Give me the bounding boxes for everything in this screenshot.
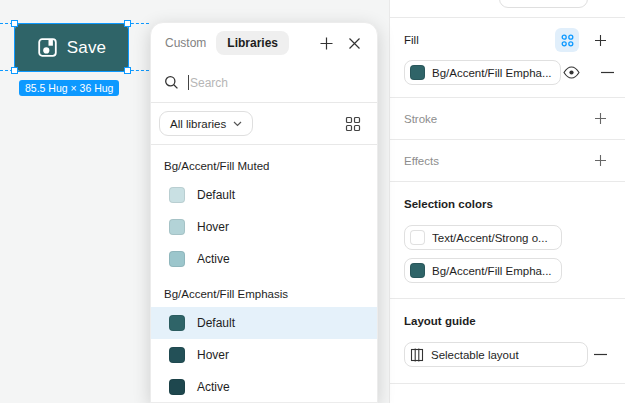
canvas-save-button[interactable]: Save	[15, 24, 128, 71]
clipped-control	[499, 0, 588, 8]
picker-header: Custom Libraries	[151, 23, 377, 63]
selection-color-chip-text[interactable]: Text/Accent/Strong o...	[404, 225, 562, 250]
color-swatch	[169, 379, 185, 395]
plus-icon	[594, 112, 607, 125]
grid-dots-icon	[560, 33, 575, 48]
layout-columns-icon	[410, 348, 424, 362]
stroke-section-title: Stroke	[404, 113, 437, 125]
tab-custom[interactable]: Custom	[165, 36, 206, 50]
fill-section-title: Fill	[404, 34, 419, 46]
eye-icon	[563, 66, 580, 79]
style-label: Default	[197, 188, 235, 202]
style-row-muted-hover[interactable]: Hover	[151, 211, 377, 243]
style-row-emphasis-active[interactable]: Active	[151, 371, 377, 403]
color-swatch	[169, 251, 185, 267]
style-row-muted-default[interactable]: Default	[151, 179, 377, 211]
style-label: Hover	[197, 348, 229, 362]
selection-color-swatch	[410, 230, 425, 245]
resize-handle-bottom-right[interactable]	[124, 67, 131, 74]
plus-icon	[594, 154, 607, 167]
style-section-title: Bg/Accent/Fill Muted	[151, 147, 377, 179]
search-input[interactable]	[190, 76, 364, 90]
add-effect-button[interactable]	[589, 150, 611, 172]
selection-color-chip-bg[interactable]: Bg/Accent/Fill Empha...	[404, 258, 562, 283]
fill-section: Fill Bg/Accent/Fill Empha...	[390, 18, 625, 98]
color-swatch	[169, 347, 185, 363]
selection-color-swatch	[410, 263, 425, 278]
add-style-button[interactable]	[315, 32, 337, 54]
size-badge: 85.5 Hug × 36 Hug	[19, 80, 119, 96]
style-picker-panel: Custom Libraries All libraries Bg/Accent…	[150, 22, 378, 403]
resize-handle-top-left[interactable]	[11, 20, 18, 27]
selection-color-name: Bg/Accent/Fill Empha...	[432, 265, 552, 277]
resize-handle-top-right[interactable]	[124, 20, 131, 27]
add-fill-button[interactable]	[589, 29, 611, 51]
remove-fill-button[interactable]	[597, 62, 619, 84]
resize-handle-bottom-left[interactable]	[11, 67, 18, 74]
plus-icon	[594, 34, 607, 47]
library-filter-dropdown[interactable]: All libraries	[159, 111, 253, 136]
save-icon	[37, 37, 58, 58]
close-panel-button[interactable]	[343, 32, 365, 54]
grid-squares-icon	[345, 116, 361, 132]
add-stroke-button[interactable]	[589, 108, 611, 130]
grid-view-button[interactable]	[342, 113, 364, 135]
effects-section: Effects	[390, 140, 625, 182]
style-label: Active	[197, 252, 230, 266]
style-row-emphasis-hover[interactable]: Hover	[151, 339, 377, 371]
close-icon	[348, 37, 361, 50]
plus-icon	[319, 36, 334, 51]
properties-panel: Fill Bg/Accent/Fill Empha...	[389, 0, 625, 403]
style-section-title: Bg/Accent/Fill Emphasis	[151, 275, 377, 307]
fill-color-swatch	[410, 65, 425, 80]
color-swatch	[169, 187, 185, 203]
layout-guide-chip[interactable]: Selectable layout	[404, 342, 588, 367]
remove-layout-guide-button[interactable]	[589, 344, 611, 366]
properties-panel-top	[390, 0, 625, 18]
style-label: Hover	[197, 220, 229, 234]
color-swatch	[169, 315, 185, 331]
search-icon	[164, 75, 179, 90]
text-caret	[188, 75, 189, 90]
layout-guide-name: Selectable layout	[431, 349, 519, 361]
style-list: Bg/Accent/Fill Muted Default Hover Activ…	[151, 145, 377, 403]
tab-libraries[interactable]: Libraries	[216, 31, 289, 55]
minus-icon	[601, 71, 614, 74]
layout-guide-title: Layout guide	[404, 315, 476, 327]
style-row-muted-active[interactable]: Active	[151, 243, 377, 275]
minus-icon	[594, 353, 607, 356]
color-swatch	[169, 219, 185, 235]
chevron-down-icon	[233, 121, 242, 127]
apply-styles-toggle[interactable]	[555, 28, 579, 52]
stroke-section: Stroke	[390, 98, 625, 140]
fill-style-name: Bg/Accent/Fill Empha...	[432, 67, 552, 79]
save-button-label: Save	[67, 38, 107, 58]
effects-section-title: Effects	[404, 155, 439, 167]
selection-color-name: Text/Accent/Strong o...	[432, 232, 548, 244]
layout-guide-section: Layout guide Selectable layout	[390, 299, 625, 384]
library-filter-label: All libraries	[170, 118, 226, 130]
toggle-visibility-button[interactable]	[561, 62, 583, 84]
style-label: Active	[197, 380, 230, 394]
style-label: Default	[197, 316, 235, 330]
selection-colors-title: Selection colors	[404, 198, 493, 210]
library-filter-row: All libraries	[151, 103, 377, 145]
search-row	[151, 63, 377, 103]
style-row-emphasis-default[interactable]: Default	[151, 307, 377, 339]
fill-style-chip[interactable]: Bg/Accent/Fill Empha...	[404, 60, 561, 85]
selection-colors-section: Selection colors Text/Accent/Strong o...…	[390, 182, 625, 299]
